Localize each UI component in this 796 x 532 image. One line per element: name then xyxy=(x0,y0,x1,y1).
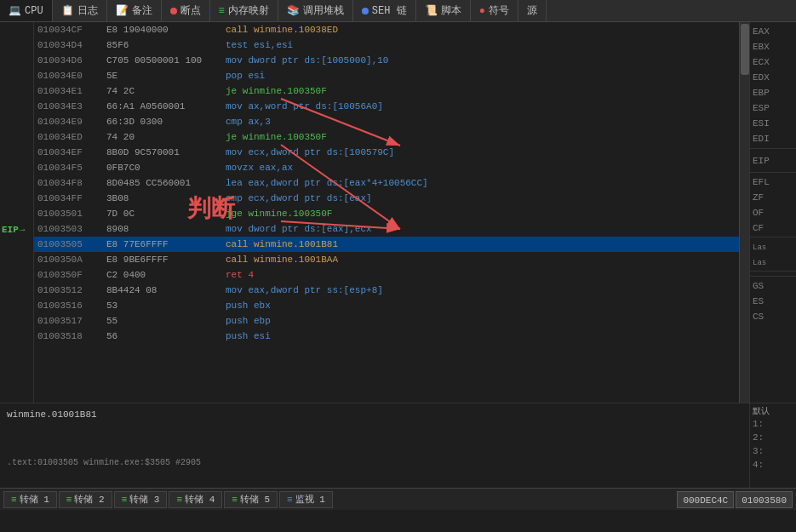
instr-cell: test esi,esi xyxy=(226,37,739,53)
addr-box-2[interactable]: 01003580 xyxy=(736,491,793,508)
bottom-tab-dump5[interactable]: ≡ 转储 5 xyxy=(224,491,278,508)
table-row[interactable]: 0100351755push ebp xyxy=(34,313,739,329)
bottom-tab-watch1[interactable]: ≡ 监视 1 xyxy=(279,491,333,508)
flag-cf: CF xyxy=(750,220,796,236)
tab-source[interactable]: 源 xyxy=(518,0,547,21)
addr-cell: 01003518 xyxy=(34,329,106,344)
table-row[interactable]: 010034E966:3D 0300cmp ax,3 xyxy=(34,114,739,129)
table-row[interactable]: 010034CFE8 19040000call winmine.10038ED xyxy=(34,22,739,37)
instr-cell: jge winmine.100350F xyxy=(226,206,739,221)
instr-cell: lea eax,dword ptr ds:[eax*4+10056CC] xyxy=(226,175,739,191)
addr-cell: 010034E1 xyxy=(34,83,106,99)
table-row[interactable]: 010034E174 2Cje winmine.100350F xyxy=(34,83,739,99)
tab-script[interactable]: 📜 脚本 xyxy=(416,0,471,21)
addr-cell: 010034F5 xyxy=(34,160,106,175)
bytes-cell: 85F6 xyxy=(106,37,226,53)
script-icon: 📜 xyxy=(425,4,438,17)
table-row[interactable]: 010034D485F6test esi,esi xyxy=(34,37,739,53)
bytes-cell: C705 00500001 100 xyxy=(106,53,226,68)
dump3-icon: ≡ xyxy=(122,495,128,505)
reg-eax: EAX xyxy=(750,24,796,39)
table-row[interactable]: 0100350AE8 9BE6FFFFcall winmine.1001BAA xyxy=(34,252,739,267)
tab-seh[interactable]: SEH 链 xyxy=(353,0,416,21)
addr-cell: 010034CF xyxy=(34,22,106,37)
instr-cell: mov dword ptr ds:[eax],ecx xyxy=(226,221,739,237)
addr-cell: 01003512 xyxy=(34,283,106,298)
addr-cell: 01003501 xyxy=(34,206,106,221)
instr-cell: cmp ecx,dword ptr ds:[eax] xyxy=(226,191,739,206)
registers-panel: EAX EBX ECX EDX EBP ESP ESI EDI EIP EFL … xyxy=(749,22,796,403)
instr-cell: je winmine.100350F xyxy=(226,129,739,145)
last-label: Las xyxy=(750,239,796,255)
instr-cell: mov ax,word ptr ds:[10056A0] xyxy=(226,99,739,114)
table-row[interactable]: 0100351856push esi xyxy=(34,329,739,344)
addr-cell: 010034E0 xyxy=(34,68,106,83)
table-row[interactable]: 0100351653push ebx xyxy=(34,298,739,313)
addr-box-1[interactable]: 000DEC4C xyxy=(677,491,734,508)
table-row[interactable]: 0100350FC2 0400ret 4 xyxy=(34,267,739,283)
table-row[interactable]: 010034FF3B08cmp ecx,dword ptr ds:[eax] xyxy=(34,191,739,206)
tab-memmap[interactable]: ≡ 内存映射 xyxy=(210,0,278,21)
reg-edx: EDX xyxy=(750,70,796,85)
table-row[interactable]: 010034E366:A1 A0560001mov ax,word ptr ds… xyxy=(34,99,739,114)
bottom-tab-dump1[interactable]: ≡ 转储 1 xyxy=(3,491,57,508)
tab-symbol[interactable]: ● 符号 xyxy=(471,0,518,21)
reg-ebx: EBX xyxy=(750,39,796,54)
bottom-tab-dump4[interactable]: ≡ 转储 4 xyxy=(169,491,222,508)
info-line3 xyxy=(7,438,742,453)
table-row[interactable]: 010034E05Epop esi xyxy=(34,68,739,83)
instr-cell: je winmine.100350F xyxy=(226,83,739,99)
table-row[interactable]: 010035038908mov dword ptr ds:[eax],ecx xyxy=(34,221,739,237)
instr-cell: movzx eax,ax xyxy=(226,160,739,175)
flag-zf: ZF xyxy=(750,190,796,205)
instr-cell: mov dword ptr ds:[1005000],10 xyxy=(226,53,739,68)
scrollbar[interactable] xyxy=(739,22,749,403)
tab-callstack[interactable]: 📚 调用堆栈 xyxy=(278,0,353,21)
eip-label: EIP xyxy=(0,225,19,235)
bytes-cell: E8 9BE6FFFF xyxy=(106,252,226,267)
info-right: 默认 1: 2: 3: 4: xyxy=(749,403,796,488)
reg-eip-val: EIP xyxy=(750,153,796,169)
notes-icon: 📝 xyxy=(116,4,129,17)
table-row[interactable]: 010035017D 0Cjge winmine.100350F xyxy=(34,206,739,221)
bottom-addr-area: 000DEC4C 01003580 xyxy=(677,491,793,508)
table-row[interactable]: 010034EF8B0D 9C570001mov ecx,dword ptr d… xyxy=(34,145,739,160)
disasm-table: 010034CFE8 19040000call winmine.10038ED0… xyxy=(34,22,739,344)
bottom-tab-dump2[interactable]: ≡ 转储 2 xyxy=(59,491,112,508)
bottom-tab-dump3[interactable]: ≡ 转储 3 xyxy=(114,491,168,508)
table-row[interactable]: 010034D6C705 00500001 100mov dword ptr d… xyxy=(34,53,739,68)
bytes-cell: 8B0D 9C570001 xyxy=(106,145,226,160)
tab-cpu[interactable]: 💻 CPU xyxy=(0,0,53,21)
addr-cell: 010034D4 xyxy=(34,37,106,53)
table-row[interactable]: 010034ED74 20je winmine.100350F xyxy=(34,129,739,145)
bytes-cell: C2 0400 xyxy=(106,267,226,283)
reg-cs: CS xyxy=(750,309,796,324)
tab-breakpoints[interactable]: 断点 xyxy=(162,0,210,21)
last-label2: Las xyxy=(750,255,796,270)
instr-cell: pop esi xyxy=(226,68,739,83)
bytes-cell: 8B4424 08 xyxy=(106,283,226,298)
addr-cell: 0100350A xyxy=(34,252,106,267)
bytes-cell: 74 20 xyxy=(106,129,226,145)
dump2-icon: ≡ xyxy=(66,495,72,505)
cpu-window: 💻 CPU 📋 日志 📝 备注 断点 ≡ 内存映射 📚 调用堆栈 SEH 链 � xyxy=(0,0,796,510)
info-left: winmine.01001B81 .text:01003505 winmine.… xyxy=(0,403,749,488)
reg-edi: EDI xyxy=(750,131,796,146)
addr-cell: 01003505 xyxy=(34,237,106,252)
table-row[interactable]: 010035128B4424 08mov eax,dword ptr ss:[e… xyxy=(34,283,739,298)
table-row[interactable]: 010034F88D0485 CC560001lea eax,dword ptr… xyxy=(34,175,739,191)
flag-efl: EFL xyxy=(750,174,796,190)
table-row[interactable]: 01003505E8 77E6FFFFcall winmine.1001B81 xyxy=(34,237,739,252)
tab-notes[interactable]: 📝 备注 xyxy=(107,0,162,21)
flag-of: OF xyxy=(750,205,796,220)
bytes-cell: 74 2C xyxy=(106,83,226,99)
instr-cell: ret 4 xyxy=(226,267,739,283)
reg-esi: ESI xyxy=(750,116,796,131)
addr-cell: 01003517 xyxy=(34,313,106,329)
tab-log[interactable]: 📋 日志 xyxy=(53,0,107,21)
addr-cell: 01003503 xyxy=(34,221,106,237)
table-row[interactable]: 010034F50FB7C0movzx eax,ax xyxy=(34,160,739,175)
bytes-cell: E8 19040000 xyxy=(106,22,226,37)
info-line1: winmine.01001B81 xyxy=(7,407,742,422)
default-1: 1: xyxy=(753,417,793,431)
